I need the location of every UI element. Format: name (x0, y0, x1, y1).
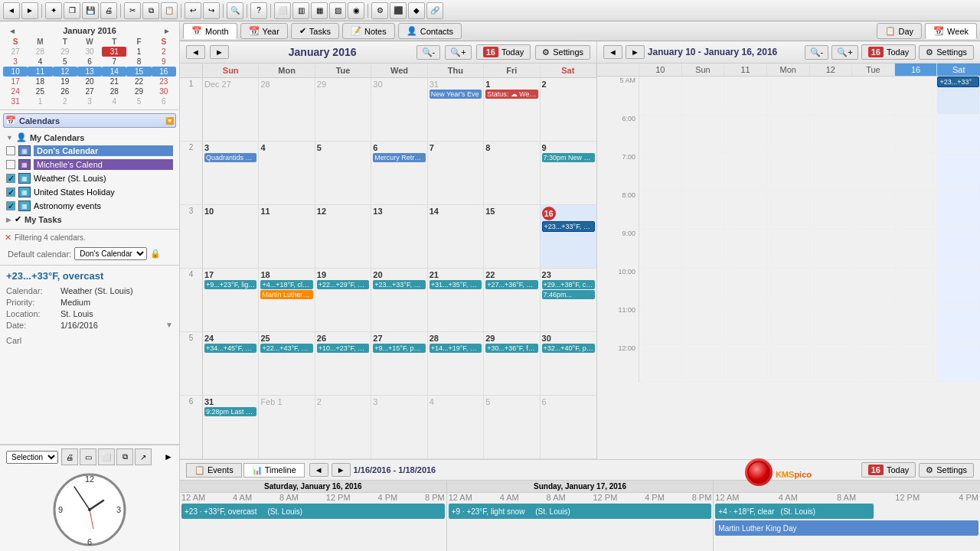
mini-cal-day-w4-d3[interactable]: 27 (77, 86, 102, 96)
mini-cal-day-w3-d1[interactable]: 18 (28, 77, 52, 86)
my-tasks-group[interactable]: ▶ ✔ My Tasks (3, 213, 176, 226)
week-cell-t6-c1[interactable] (682, 306, 725, 344)
cal-astro-checkbox[interactable]: ✓ (6, 201, 15, 210)
toolbar-save[interactable]: 💾 (82, 2, 99, 19)
week-cell-t6-c6[interactable] (895, 306, 938, 344)
tab-month[interactable]: 📅 Month (183, 23, 237, 39)
mini-cal-day-w3-d2[interactable]: 19 (53, 77, 77, 86)
mini-cal-day-w2-d1[interactable]: 11 (28, 67, 52, 77)
week-cell-t2-c7[interactable] (937, 153, 980, 191)
month-day-w0-d1[interactable]: 28 (259, 78, 315, 141)
timeline-next-btn[interactable]: ► (332, 463, 351, 477)
mini-cal-day-w1-d4[interactable]: 7 (102, 57, 126, 67)
mini-cal-day-w5-d1[interactable]: 1 (28, 96, 52, 106)
week-cell-t2-c1[interactable] (682, 153, 725, 191)
mini-cal-day-w1-d5[interactable]: 8 (126, 57, 151, 67)
default-cal-select[interactable]: Don's Calendar (74, 247, 147, 260)
toolbar-extra3[interactable]: 🔗 (426, 2, 443, 19)
toolbar-undo[interactable]: ↩ (185, 2, 201, 19)
mini-cal-day-w2-d5[interactable]: 15 (126, 67, 151, 77)
event-w1-d6-e0[interactable]: 7:30pm New Moon (542, 153, 595, 162)
mini-cal-day-w0-d2[interactable]: 29 (53, 47, 77, 57)
week-cell-t0-c0[interactable] (639, 77, 682, 115)
week-cell-t3-c0[interactable] (639, 191, 682, 230)
event-w4-d3-e0[interactable]: +9...+15°F, partly cloudy, St. Louis (373, 344, 425, 353)
mini-cal-day-w5-d3[interactable]: 3 (77, 96, 102, 106)
week-cell-t6-c2[interactable] (724, 306, 767, 344)
week-cell-t1-c1[interactable] (682, 115, 725, 153)
week-cell-t0-c3[interactable] (767, 77, 810, 115)
cal-item-weather[interactable]: ✓ ▦ Weather (St. Louis) (3, 171, 176, 185)
month-day-w0-d3[interactable]: 30 (371, 78, 427, 141)
month-day-w1-d0[interactable]: 3Quadrantids Meteor Shower (203, 142, 259, 204)
timeline-tab[interactable]: 📊 Timeline (243, 463, 305, 478)
week-cell-t2-c5[interactable] (852, 153, 895, 191)
bottom-share-btn[interactable]: ↗ (135, 448, 152, 465)
month-day-w5-d3[interactable]: 3 (371, 396, 427, 458)
week-cell-t0-c7[interactable]: +23...+33° (937, 77, 980, 115)
event-w4-d6-e0[interactable]: +32...+40°F, patchy drizzle, Stp (542, 344, 595, 353)
mini-cal-day-w4-d1[interactable]: 25 (28, 86, 52, 96)
timeline-settings-btn[interactable]: ⚙ Settings (919, 463, 974, 478)
mini-cal-day-w1-d2[interactable]: 5 (53, 57, 77, 67)
my-calendars-group[interactable]: ▼ 👤 My Calendars (3, 131, 176, 144)
toolbar-print[interactable]: 🖨 (100, 2, 117, 19)
month-day-w5-d2[interactable]: 2 (315, 396, 371, 458)
mini-cal-day-w4-d4[interactable]: 28 (102, 86, 126, 96)
week-zoom-out-btn[interactable]: 🔍- (805, 45, 829, 60)
mini-cal-day-w3-d0[interactable]: 17 (3, 77, 28, 86)
week-cell-t0-c1[interactable] (682, 77, 725, 115)
month-day-w0-d6[interactable]: 2 (541, 78, 596, 141)
month-day-w1-d6[interactable]: 97:30pm New Moon (541, 142, 596, 204)
toolbar-settings[interactable]: ⚙ (371, 2, 388, 19)
mini-cal-day-w5-d0[interactable]: 31 (3, 96, 28, 106)
mini-cal-day-w3-d6[interactable]: 23 (152, 77, 176, 86)
tab-tasks[interactable]: ✔ Tasks (291, 23, 339, 39)
month-prev-btn[interactable]: ◄ (186, 45, 205, 59)
toolbar-cut[interactable]: ✂ (124, 2, 141, 19)
week-cell-t5-c3[interactable] (767, 268, 810, 306)
timeline-today-btn[interactable]: 16 Today (861, 462, 916, 478)
toolbar-paste[interactable]: 📋 (161, 2, 178, 19)
week-cell-t7-c0[interactable] (639, 344, 682, 383)
timeline-prev-btn[interactable]: ◄ (309, 463, 328, 477)
month-day-w3-d5[interactable]: 22+27...+36°F, heavy rain, St. Louis (484, 269, 540, 331)
week-settings-btn[interactable]: ⚙ Settings (919, 45, 974, 60)
month-day-w2-d6[interactable]: 16+23...+33°F, overcast, St. Louis (541, 205, 596, 268)
event-w3-d1-e1[interactable]: Martin Luther King Day (260, 290, 312, 299)
week-cell-t1-c2[interactable] (724, 115, 767, 153)
month-day-w5-d5[interactable]: 5 (484, 396, 540, 458)
week-cell-t4-c0[interactable] (639, 230, 682, 268)
event-w3-d6-e1[interactable]: 7:46pm... (542, 290, 595, 299)
month-day-w4-d1[interactable]: 25+22...+43°F, cloudy, St. Louis (259, 332, 315, 395)
week-cell-t5-c0[interactable] (639, 268, 682, 306)
month-day-w3-d1[interactable]: 18+4...+18°F, clear, St. LouisMartin Lut… (259, 269, 315, 331)
week-cell-t2-c6[interactable] (895, 153, 938, 191)
timeline-event-day3-weather[interactable]: +4 · +18°F, clear (St. Louis) (715, 504, 873, 519)
bottom-print-btn[interactable]: 🖨 (61, 448, 78, 465)
week-cell-t5-c4[interactable] (810, 268, 853, 306)
mini-cal-prev[interactable]: ◄ (6, 27, 18, 35)
week-cell-t7-c7[interactable] (937, 344, 980, 383)
week-today-btn[interactable]: 16 Today (861, 44, 916, 60)
mini-cal-day-w1-d0[interactable]: 3 (3, 57, 28, 67)
month-day-w0-d0[interactable]: Dec 27 (203, 78, 259, 141)
week-selected-event[interactable]: +23...+33° (937, 77, 979, 87)
mini-cal-day-w3-d3[interactable]: 20 (77, 77, 102, 86)
week-cell-t0-c5[interactable] (852, 77, 895, 115)
week-cell-t2-c0[interactable] (639, 153, 682, 191)
toolbar-view1[interactable]: ▦ (311, 2, 328, 19)
mini-cal-day-w2-d4[interactable]: 14 (102, 67, 126, 77)
month-day-w5-d0[interactable]: 319:28pm Last Quarter Moon (203, 396, 259, 458)
toolbar-redo[interactable]: ↪ (203, 2, 220, 19)
toolbar-extra1[interactable]: ⬛ (390, 2, 407, 19)
mini-cal-day-w2-d0[interactable]: 10 (3, 67, 28, 77)
week-cell-t6-c7[interactable] (937, 306, 980, 344)
week-cell-t1-c6[interactable] (895, 115, 938, 153)
mini-cal-day-w1-d3[interactable]: 6 (77, 57, 102, 67)
week-cell-t4-c1[interactable] (682, 230, 725, 268)
toolbar-open[interactable]: ❒ (64, 2, 80, 19)
month-day-w4-d0[interactable]: 24+34...+45°F, partly cloudy, St. Louis (203, 332, 259, 395)
month-day-w2-d5[interactable]: 15 (484, 205, 540, 268)
month-day-w3-d2[interactable]: 19+22...+29°F, overcast, St. Louis (315, 269, 371, 331)
